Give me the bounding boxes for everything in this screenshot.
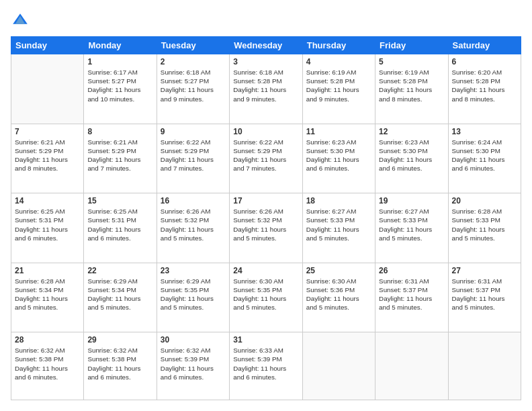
logo <box>11 11 28 30</box>
day-number: 10 <box>233 127 298 136</box>
day-number: 3 <box>233 57 298 66</box>
calendar-cell: 26Sunrise: 6:31 AMSunset: 5:37 PMDayligh… <box>375 263 448 332</box>
calendar-cell: 27Sunrise: 6:31 AMSunset: 5:37 PMDayligh… <box>448 263 521 332</box>
day-number: 1 <box>87 57 152 66</box>
calendar-cell: 7Sunrise: 6:21 AMSunset: 5:29 PMDaylight… <box>11 124 84 193</box>
weekday-header-saturday: Saturday <box>448 37 521 54</box>
day-info: Sunrise: 6:22 AMSunset: 5:29 PMDaylight:… <box>161 138 226 173</box>
calendar-cell: 25Sunrise: 6:30 AMSunset: 5:36 PMDayligh… <box>302 263 375 332</box>
day-info: Sunrise: 6:26 AMSunset: 5:32 PMDaylight:… <box>161 207 226 242</box>
calendar-cell: 6Sunrise: 6:20 AMSunset: 5:28 PMDaylight… <box>448 54 521 124</box>
day-number: 16 <box>161 196 226 205</box>
day-info: Sunrise: 6:27 AMSunset: 5:33 PMDaylight:… <box>379 207 444 242</box>
day-number: 17 <box>233 196 298 205</box>
calendar-cell: 20Sunrise: 6:28 AMSunset: 5:33 PMDayligh… <box>448 193 521 263</box>
calendar-cell: 17Sunrise: 6:26 AMSunset: 5:32 PMDayligh… <box>230 193 302 263</box>
day-info: Sunrise: 6:21 AMSunset: 5:29 PMDaylight:… <box>15 138 80 173</box>
day-info: Sunrise: 6:26 AMSunset: 5:32 PMDaylight:… <box>233 207 298 242</box>
calendar-week-3: 14Sunrise: 6:25 AMSunset: 5:31 PMDayligh… <box>11 193 521 263</box>
logo-icon <box>12 11 28 27</box>
day-number: 22 <box>87 266 152 275</box>
calendar-cell: 19Sunrise: 6:27 AMSunset: 5:33 PMDayligh… <box>375 193 448 263</box>
calendar-cell: 13Sunrise: 6:24 AMSunset: 5:30 PMDayligh… <box>448 124 521 193</box>
day-number: 29 <box>87 335 152 345</box>
weekday-header-monday: Monday <box>84 37 157 54</box>
weekday-header-thursday: Thursday <box>302 37 375 54</box>
calendar-cell: 1Sunrise: 6:17 AMSunset: 5:27 PMDaylight… <box>84 54 157 124</box>
calendar-cell: 4Sunrise: 6:19 AMSunset: 5:28 PMDaylight… <box>302 54 375 124</box>
calendar-cell <box>11 54 84 124</box>
weekday-header-wednesday: Wednesday <box>230 37 302 54</box>
day-info: Sunrise: 6:23 AMSunset: 5:30 PMDaylight:… <box>306 138 371 173</box>
day-info: Sunrise: 6:19 AMSunset: 5:28 PMDaylight:… <box>306 68 371 103</box>
day-info: Sunrise: 6:20 AMSunset: 5:28 PMDaylight:… <box>452 68 517 103</box>
day-number: 24 <box>233 266 298 275</box>
day-info: Sunrise: 6:32 AMSunset: 5:39 PMDaylight:… <box>161 346 226 381</box>
calendar-week-5: 28Sunrise: 6:32 AMSunset: 5:38 PMDayligh… <box>11 332 521 400</box>
day-number: 14 <box>15 196 80 205</box>
day-info: Sunrise: 6:18 AMSunset: 5:28 PMDaylight:… <box>233 68 298 103</box>
day-number: 26 <box>379 266 444 275</box>
calendar-cell: 5Sunrise: 6:19 AMSunset: 5:28 PMDaylight… <box>375 54 448 124</box>
weekday-header-sunday: Sunday <box>11 37 84 54</box>
calendar-cell <box>302 332 375 400</box>
header <box>11 11 521 30</box>
weekday-header-row: SundayMondayTuesdayWednesdayThursdayFrid… <box>11 37 521 54</box>
calendar-week-1: 1Sunrise: 6:17 AMSunset: 5:27 PMDaylight… <box>11 54 521 124</box>
day-info: Sunrise: 6:17 AMSunset: 5:27 PMDaylight:… <box>87 68 152 103</box>
day-info: Sunrise: 6:25 AMSunset: 5:31 PMDaylight:… <box>15 207 80 242</box>
calendar-cell: 24Sunrise: 6:30 AMSunset: 5:35 PMDayligh… <box>230 263 302 332</box>
day-info: Sunrise: 6:19 AMSunset: 5:28 PMDaylight:… <box>379 68 444 103</box>
calendar-cell <box>448 332 521 400</box>
day-number: 9 <box>161 127 226 136</box>
calendar-week-2: 7Sunrise: 6:21 AMSunset: 5:29 PMDaylight… <box>11 124 521 193</box>
day-number: 8 <box>87 127 152 136</box>
day-info: Sunrise: 6:28 AMSunset: 5:33 PMDaylight:… <box>452 207 517 242</box>
calendar-cell: 9Sunrise: 6:22 AMSunset: 5:29 PMDaylight… <box>157 124 229 193</box>
day-number: 19 <box>379 196 444 205</box>
day-info: Sunrise: 6:30 AMSunset: 5:35 PMDaylight:… <box>233 277 298 312</box>
day-number: 20 <box>452 196 517 205</box>
day-number: 30 <box>161 335 226 345</box>
day-info: Sunrise: 6:18 AMSunset: 5:27 PMDaylight:… <box>161 68 226 103</box>
day-number: 12 <box>379 127 444 136</box>
day-number: 27 <box>452 266 517 275</box>
calendar-cell: 31Sunrise: 6:33 AMSunset: 5:39 PMDayligh… <box>230 332 302 400</box>
day-info: Sunrise: 6:29 AMSunset: 5:34 PMDaylight:… <box>87 277 152 312</box>
calendar-cell: 2Sunrise: 6:18 AMSunset: 5:27 PMDaylight… <box>157 54 229 124</box>
day-info: Sunrise: 6:32 AMSunset: 5:38 PMDaylight:… <box>87 346 152 381</box>
calendar-cell <box>375 332 448 400</box>
day-info: Sunrise: 6:27 AMSunset: 5:33 PMDaylight:… <box>306 207 371 242</box>
day-info: Sunrise: 6:23 AMSunset: 5:30 PMDaylight:… <box>379 138 444 173</box>
calendar-cell: 21Sunrise: 6:28 AMSunset: 5:34 PMDayligh… <box>11 263 84 332</box>
day-number: 2 <box>161 57 226 66</box>
day-number: 6 <box>452 57 517 66</box>
day-info: Sunrise: 6:31 AMSunset: 5:37 PMDaylight:… <box>452 277 517 312</box>
calendar-cell: 8Sunrise: 6:21 AMSunset: 5:29 PMDaylight… <box>84 124 157 193</box>
calendar-cell: 23Sunrise: 6:29 AMSunset: 5:35 PMDayligh… <box>157 263 229 332</box>
calendar-cell: 22Sunrise: 6:29 AMSunset: 5:34 PMDayligh… <box>84 263 157 332</box>
calendar-cell: 3Sunrise: 6:18 AMSunset: 5:28 PMDaylight… <box>230 54 302 124</box>
day-number: 11 <box>306 127 371 136</box>
calendar-cell: 18Sunrise: 6:27 AMSunset: 5:33 PMDayligh… <box>302 193 375 263</box>
calendar-cell: 10Sunrise: 6:22 AMSunset: 5:29 PMDayligh… <box>230 124 302 193</box>
day-number: 7 <box>15 127 80 136</box>
day-number: 23 <box>161 266 226 275</box>
calendar-cell: 14Sunrise: 6:25 AMSunset: 5:31 PMDayligh… <box>11 193 84 263</box>
day-info: Sunrise: 6:24 AMSunset: 5:30 PMDaylight:… <box>452 138 517 173</box>
day-number: 18 <box>306 196 371 205</box>
day-info: Sunrise: 6:22 AMSunset: 5:29 PMDaylight:… <box>233 138 298 173</box>
day-number: 5 <box>379 57 444 66</box>
page: SundayMondayTuesdayWednesdayThursdayFrid… <box>0 0 532 411</box>
calendar-cell: 29Sunrise: 6:32 AMSunset: 5:38 PMDayligh… <box>84 332 157 400</box>
calendar: SundayMondayTuesdayWednesdayThursdayFrid… <box>11 36 521 400</box>
day-number: 13 <box>452 127 517 136</box>
calendar-cell: 12Sunrise: 6:23 AMSunset: 5:30 PMDayligh… <box>375 124 448 193</box>
day-info: Sunrise: 6:21 AMSunset: 5:29 PMDaylight:… <box>87 138 152 173</box>
day-info: Sunrise: 6:25 AMSunset: 5:31 PMDaylight:… <box>87 207 152 242</box>
calendar-cell: 15Sunrise: 6:25 AMSunset: 5:31 PMDayligh… <box>84 193 157 263</box>
calendar-cell: 11Sunrise: 6:23 AMSunset: 5:30 PMDayligh… <box>302 124 375 193</box>
day-info: Sunrise: 6:30 AMSunset: 5:36 PMDaylight:… <box>306 277 371 312</box>
day-info: Sunrise: 6:32 AMSunset: 5:38 PMDaylight:… <box>15 346 80 381</box>
calendar-cell: 16Sunrise: 6:26 AMSunset: 5:32 PMDayligh… <box>157 193 229 263</box>
